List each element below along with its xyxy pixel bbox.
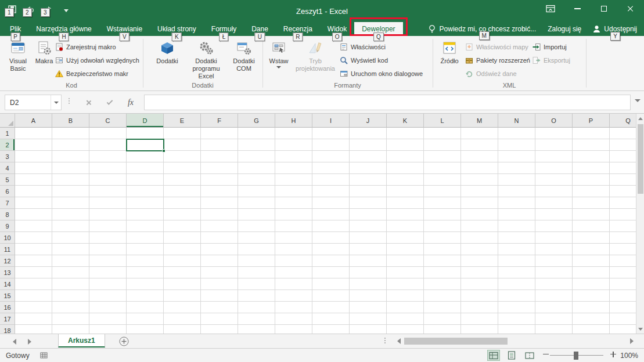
- cell-O2[interactable]: [535, 139, 573, 151]
- cell-I1[interactable]: [312, 128, 350, 139]
- cell-M10[interactable]: [461, 232, 498, 244]
- cell-J4[interactable]: [350, 162, 387, 174]
- cell-L8[interactable]: [424, 209, 461, 220]
- cell-E9[interactable]: [164, 220, 201, 232]
- row-header-11[interactable]: 11: [0, 244, 15, 255]
- cell-D3[interactable]: [127, 151, 164, 162]
- row-header-12[interactable]: 12: [0, 255, 15, 267]
- column-header-O[interactable]: O: [535, 114, 573, 128]
- cell-O1[interactable]: [535, 128, 573, 139]
- cell-B17[interactable]: [52, 313, 89, 325]
- cell-A17[interactable]: [15, 313, 52, 325]
- previous-sheet-button[interactable]: [10, 338, 19, 346]
- tab-scrollbar-splitter[interactable]: [384, 338, 386, 343]
- column-header-B[interactable]: B: [52, 114, 89, 128]
- cell-A13[interactable]: [15, 267, 52, 278]
- cell-L4[interactable]: [424, 162, 461, 174]
- cell-D18[interactable]: [127, 325, 164, 334]
- cell-M8[interactable]: [461, 209, 498, 220]
- cell-K6[interactable]: [387, 186, 424, 197]
- cell-H6[interactable]: [275, 186, 312, 197]
- formula-bar-splitter[interactable]: [69, 98, 70, 104]
- cell-J18[interactable]: [350, 325, 387, 334]
- cell-G13[interactable]: [238, 267, 275, 278]
- tab-dane[interactable]: DaneU: [244, 22, 276, 36]
- cell-D13[interactable]: [127, 267, 164, 278]
- cell-A16[interactable]: [15, 302, 52, 313]
- cell-I17[interactable]: [312, 313, 350, 325]
- view-code-button[interactable]: Wyświetl kod: [339, 55, 388, 66]
- cell-M9[interactable]: [461, 220, 498, 232]
- cell-M7[interactable]: [461, 197, 498, 209]
- cell-H3[interactable]: [275, 151, 312, 162]
- cell-L5[interactable]: [424, 174, 461, 186]
- cell-P3[interactable]: [573, 151, 610, 162]
- cell-D11[interactable]: [127, 244, 164, 255]
- cell-J9[interactable]: [350, 220, 387, 232]
- cell-O5[interactable]: [535, 174, 573, 186]
- cell-J3[interactable]: [350, 151, 387, 162]
- cell-N1[interactable]: [498, 128, 535, 139]
- cell-H13[interactable]: [275, 267, 312, 278]
- scroll-down-button[interactable]: [636, 324, 644, 334]
- cell-H9[interactable]: [275, 220, 312, 232]
- column-header-L[interactable]: L: [424, 114, 461, 128]
- cell-L3[interactable]: [424, 151, 461, 162]
- column-header-J[interactable]: J: [350, 114, 387, 128]
- cell-M6[interactable]: [461, 186, 498, 197]
- row-header-7[interactable]: 7: [0, 197, 15, 209]
- properties-button[interactable]: Właściwości: [339, 41, 386, 53]
- column-header-E[interactable]: E: [164, 114, 201, 128]
- cell-I7[interactable]: [312, 197, 350, 209]
- macro-security-button[interactable]: Bezpieczeństwo makr: [55, 68, 128, 79]
- column-header-M[interactable]: M: [461, 114, 498, 128]
- cell-E11[interactable]: [164, 244, 201, 255]
- tab-uklad-strony[interactable]: Układ stronyK: [150, 22, 204, 36]
- cell-F14[interactable]: [201, 278, 238, 290]
- row-header-9[interactable]: 9: [0, 220, 15, 232]
- cell-C14[interactable]: [89, 278, 127, 290]
- cell-N4[interactable]: [498, 162, 535, 174]
- cell-C9[interactable]: [89, 220, 127, 232]
- cell-P16[interactable]: [573, 302, 610, 313]
- cell-J14[interactable]: [350, 278, 387, 290]
- cell-B15[interactable]: [52, 290, 89, 302]
- cell-O7[interactable]: [535, 197, 573, 209]
- cell-B11[interactable]: [52, 244, 89, 255]
- map-properties-button[interactable]: Właściwości mapy: [465, 41, 528, 53]
- relative-references-button[interactable]: Użyj odwołań względnych: [55, 55, 139, 66]
- cell-M15[interactable]: [461, 290, 498, 302]
- cell-H1[interactable]: [275, 128, 312, 139]
- cell-M4[interactable]: [461, 162, 498, 174]
- cell-A2[interactable]: [15, 139, 52, 151]
- scroll-left-button[interactable]: [395, 337, 403, 345]
- cell-K2[interactable]: [387, 139, 424, 151]
- cell-L10[interactable]: [424, 232, 461, 244]
- cell-O10[interactable]: [535, 232, 573, 244]
- sheet-tab-arkusz1[interactable]: Arkusz1: [58, 334, 105, 347]
- cell-F6[interactable]: [201, 186, 238, 197]
- cell-F2[interactable]: [201, 139, 238, 151]
- row-header-17[interactable]: 17: [0, 313, 15, 325]
- cell-L15[interactable]: [424, 290, 461, 302]
- cell-D2[interactable]: [127, 139, 164, 151]
- cell-J15[interactable]: [350, 290, 387, 302]
- design-mode-button[interactable]: Tryb projektowania: [294, 38, 337, 85]
- cell-M2[interactable]: [461, 139, 498, 151]
- zoom-slider[interactable]: [550, 352, 603, 360]
- row-header-14[interactable]: 14: [0, 278, 15, 290]
- horizontal-scroll-thumb[interactable]: [404, 338, 508, 345]
- cell-K4[interactable]: [387, 162, 424, 174]
- next-sheet-button[interactable]: [26, 338, 34, 346]
- cell-E4[interactable]: [164, 162, 201, 174]
- cell-C18[interactable]: [89, 325, 127, 334]
- zoom-percentage[interactable]: 100%: [617, 352, 638, 360]
- macros-button[interactable]: Makra: [33, 38, 56, 85]
- cell-N9[interactable]: [498, 220, 535, 232]
- cell-N5[interactable]: [498, 174, 535, 186]
- cell-D16[interactable]: [127, 302, 164, 313]
- vertical-scroll-thumb[interactable]: [638, 124, 643, 194]
- maximize-button[interactable]: [591, 0, 617, 17]
- cell-H4[interactable]: [275, 162, 312, 174]
- cell-G8[interactable]: [238, 209, 275, 220]
